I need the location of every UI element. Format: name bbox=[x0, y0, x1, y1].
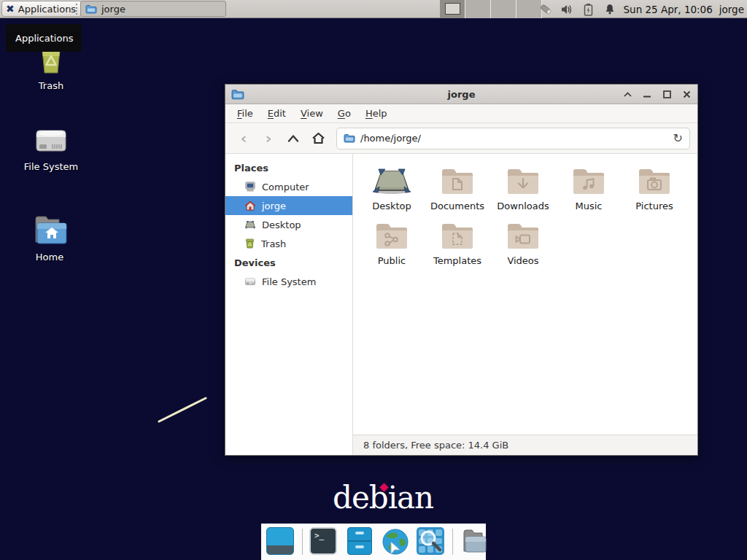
maximize-button[interactable] bbox=[662, 89, 672, 99]
folder-item-videos[interactable]: Videos bbox=[490, 219, 556, 266]
path-text[interactable]: /home/jorge/ bbox=[360, 133, 668, 144]
up-icon bbox=[287, 134, 299, 142]
top-panel: ✖ Applications jorge bbox=[0, 0, 747, 18]
workspace-switcher bbox=[440, 0, 542, 18]
folder-item-public[interactable]: Public bbox=[359, 219, 425, 266]
sidebar-item-trash[interactable]: Trash bbox=[225, 234, 352, 253]
statusbar: 8 folders, Free space: 14.4 GiB bbox=[353, 435, 697, 455]
sidebar-item-desktop[interactable]: Desktop bbox=[225, 215, 352, 234]
folder-icon bbox=[460, 527, 489, 556]
sidebar-item-label: Trash bbox=[261, 238, 286, 249]
window-folder-icon bbox=[231, 89, 244, 100]
desktop-icon-file-system[interactable]: File System bbox=[16, 124, 86, 172]
menu-file[interactable]: File bbox=[231, 106, 259, 121]
back-icon: ‹ bbox=[240, 131, 247, 147]
dock: >_ bbox=[261, 524, 486, 560]
desktop-icon bbox=[244, 220, 256, 230]
folder-item-documents[interactable]: Documents bbox=[425, 164, 490, 211]
user-menu[interactable]: jorge bbox=[719, 4, 744, 15]
file-manager-button[interactable] bbox=[345, 527, 374, 556]
documents-folder-icon bbox=[425, 164, 490, 199]
terminal-button[interactable]: >_ bbox=[309, 527, 338, 556]
workspace-3[interactable] bbox=[491, 0, 516, 18]
minimize-button[interactable] bbox=[642, 89, 652, 99]
folder-label: Pictures bbox=[622, 201, 687, 211]
close-button[interactable] bbox=[681, 89, 692, 99]
path-folder-icon bbox=[344, 133, 355, 143]
workspace-2[interactable] bbox=[465, 0, 491, 18]
back-button[interactable]: ‹ bbox=[233, 128, 255, 149]
sidebar-item-computer[interactable]: Computer bbox=[225, 177, 352, 196]
sidebar-item-jorge[interactable]: jorge bbox=[225, 196, 352, 215]
toolbar: ‹ › /home/jorge/ ↻ bbox=[225, 123, 697, 154]
terminal-icon: >_ bbox=[309, 527, 337, 555]
folder-item-downloads[interactable]: Downloads bbox=[490, 164, 556, 211]
forward-icon: › bbox=[265, 131, 271, 147]
globe-icon bbox=[381, 527, 410, 556]
debian-logo: debian bbox=[333, 480, 433, 516]
folder-label: Templates bbox=[425, 255, 490, 266]
music-folder-icon bbox=[556, 164, 622, 199]
file-view[interactable]: Desktop bbox=[353, 154, 697, 435]
xfce-logo-icon: ✖ bbox=[6, 4, 15, 14]
desktop-trapezoid-icon bbox=[359, 164, 425, 199]
forward-button[interactable]: › bbox=[258, 128, 279, 149]
templates-folder-icon bbox=[425, 219, 490, 254]
volume-icon[interactable] bbox=[560, 2, 575, 17]
web-browser-button[interactable] bbox=[381, 527, 410, 556]
sidebar-item-label: jorge bbox=[262, 201, 286, 211]
app-finder-button[interactable] bbox=[417, 527, 446, 556]
desktop-icon-label: File System bbox=[16, 161, 86, 172]
folder-item-templates[interactable]: Templates bbox=[425, 219, 490, 266]
dock-separator bbox=[452, 529, 453, 555]
folder-shortcut-button[interactable] bbox=[460, 527, 489, 556]
shade-button[interactable] bbox=[622, 89, 632, 99]
menu-edit[interactable]: Edit bbox=[262, 106, 292, 121]
tooltip-text: Applications bbox=[15, 33, 73, 44]
taskbar-grip[interactable] bbox=[76, 4, 79, 15]
sidebar-item-file-system[interactable]: File System bbox=[225, 272, 352, 291]
pictures-folder-icon bbox=[622, 164, 687, 199]
up-button[interactable] bbox=[282, 128, 304, 149]
menu-go[interactable]: Go bbox=[332, 106, 357, 121]
menu-view[interactable]: View bbox=[295, 106, 329, 121]
hard-drive-icon bbox=[244, 277, 256, 286]
folder-item-pictures[interactable]: Pictures bbox=[622, 164, 687, 211]
status-text: 8 folders, Free space: 14.4 GiB bbox=[363, 440, 508, 451]
folder-label: Documents bbox=[425, 201, 490, 211]
folder-label: Downloads bbox=[490, 201, 556, 211]
folder-label: Videos bbox=[490, 255, 556, 266]
battery-icon[interactable] bbox=[581, 2, 596, 17]
menu-help[interactable]: Help bbox=[360, 106, 393, 121]
path-bar[interactable]: /home/jorge/ ↻ bbox=[336, 128, 690, 149]
applications-menu-button[interactable]: ✖ Applications bbox=[1, 1, 82, 17]
folder-label: Desktop bbox=[359, 201, 425, 211]
taskbar-window-button[interactable]: jorge bbox=[80, 1, 226, 17]
sidebar-item-label: File System bbox=[262, 276, 316, 287]
show-desktop-button[interactable] bbox=[266, 527, 295, 556]
applications-menu-label: Applications bbox=[18, 4, 76, 15]
workspace-1[interactable] bbox=[440, 0, 465, 18]
menubar: File Edit View Go Help bbox=[225, 104, 697, 123]
home-folder-icon bbox=[15, 213, 85, 248]
window-titlebar[interactable]: jorge bbox=[225, 85, 697, 104]
applications-tooltip: Applications bbox=[6, 24, 82, 52]
desktop-icon-home[interactable]: Home bbox=[15, 213, 85, 262]
pointer-device-icon[interactable] bbox=[539, 2, 554, 17]
desktop-icon-label: Home bbox=[15, 252, 85, 262]
workspace-window-thumb bbox=[445, 3, 460, 15]
notification-bell-icon[interactable] bbox=[603, 2, 617, 17]
folder-label: Music bbox=[556, 201, 622, 211]
folder-item-music[interactable]: Music bbox=[556, 164, 622, 211]
hard-drive-icon bbox=[16, 124, 86, 158]
folder-icon bbox=[85, 4, 97, 14]
trash-icon bbox=[244, 238, 255, 249]
sidebar-header-places: Places bbox=[225, 158, 352, 177]
folder-label: Public bbox=[359, 255, 425, 266]
reload-icon[interactable]: ↻ bbox=[673, 131, 683, 145]
home-button[interactable] bbox=[307, 128, 329, 149]
clock[interactable]: Sun 25 Apr, 10:06 bbox=[624, 4, 713, 15]
folder-item-desktop[interactable]: Desktop bbox=[359, 164, 425, 211]
public-folder-icon bbox=[359, 219, 425, 254]
computer-icon bbox=[244, 182, 256, 192]
